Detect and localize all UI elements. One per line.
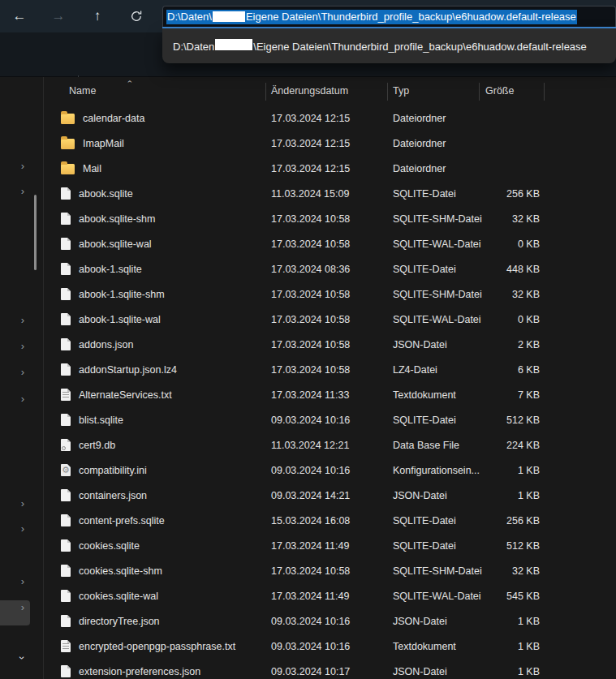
column-header-name[interactable]: Name: [69, 85, 96, 97]
chevron-right-icon[interactable]: ›: [16, 339, 29, 352]
chevron-right-icon[interactable]: ›: [16, 159, 29, 172]
column-header-size[interactable]: Größe: [485, 85, 514, 97]
file-date-cell: 17.03.2024 10:58: [271, 558, 385, 583]
file-name: extension-preferences.json: [79, 666, 200, 677]
up-button[interactable]: ↑: [84, 3, 110, 29]
file-file-icon: [61, 238, 71, 250]
file-name-cell: cert9.db: [61, 432, 264, 458]
file-row[interactable]: calendar-data 17.03.2024 12:15 Dateiordn…: [44, 105, 616, 131]
chevron-right-icon[interactable]: ›: [16, 392, 29, 405]
file-name-cell: ImapMail: [61, 131, 264, 156]
file-name-cell: abook.sqlite: [61, 181, 264, 206]
file-row[interactable]: addons.json 17.03.2024 10:58 JSON-Datei …: [44, 332, 616, 357]
file-row[interactable]: abook-1.sqlite 17.03.2024 08:36 SQLITE-D…: [44, 256, 616, 281]
file-type-cell: LZ4-Datei: [393, 357, 477, 382]
file-file-icon: [61, 514, 71, 526]
address-suggestion-item[interactable]: D:\Daten\Eigene Dateien\Thunderbird_prof…: [173, 39, 587, 53]
forward-button[interactable]: →: [45, 3, 71, 29]
redaction-block: [213, 11, 245, 22]
file-size-cell: 7 KB: [479, 382, 540, 407]
file-date-cell: 17.03.2024 11:49: [271, 533, 385, 558]
file-row[interactable]: abook.sqlite 11.03.2024 15:09 SQLITE-Dat…: [44, 181, 616, 206]
chevron-right-icon[interactable]: ›: [16, 574, 29, 587]
file-row[interactable]: containers.json 09.03.2024 14:21 JSON-Da…: [44, 483, 616, 508]
file-name: ImapMail: [83, 138, 124, 149]
file-size-cell: [479, 105, 540, 131]
chevron-right-icon[interactable]: ›: [16, 496, 29, 509]
text-file-icon: [61, 640, 71, 652]
file-row[interactable]: extension-preferences.json 09.03.2024 10…: [44, 659, 616, 679]
file-date-cell: 17.03.2024 10:58: [271, 307, 385, 332]
file-name: cookies.sqlite: [79, 540, 140, 552]
file-row[interactable]: cookies.sqlite 17.03.2024 11:49 SQLITE-D…: [44, 533, 616, 558]
file-type-cell: JSON-Datei: [393, 659, 477, 679]
file-name: abook-1.sqlite: [79, 264, 142, 275]
column-divider[interactable]: [387, 83, 388, 101]
chevron-right-icon[interactable]: ›: [16, 600, 29, 613]
file-type-cell: SQLITE-WAL-Datei: [393, 307, 477, 332]
file-size-cell: 0 KB: [479, 231, 540, 256]
file-row[interactable]: abook-1.sqlite-wal 17.03.2024 10:58 SQLI…: [44, 307, 616, 332]
file-name-cell: blist.sqlite: [61, 407, 264, 432]
file-row[interactable]: Mail 17.03.2024 12:15 Dateiordner: [44, 156, 616, 181]
file-file-icon: [61, 489, 71, 501]
sort-ascending-icon: ›: [125, 80, 134, 83]
file-name-cell: content-prefs.sqlite: [61, 508, 264, 533]
file-size-cell: 1 KB: [479, 608, 540, 634]
back-button[interactable]: ←: [6, 3, 32, 29]
file-date-cell: 17.03.2024 11:49: [271, 583, 385, 608]
file-name-cell: AlternateServices.txt: [61, 382, 264, 407]
file-row[interactable]: blist.sqlite 09.03.2024 10:16 SQLITE-Dat…: [44, 407, 616, 432]
file-row[interactable]: addonStartup.json.lz4 17.03.2024 10:58 L…: [44, 357, 616, 382]
address-bar-input[interactable]: D:\Daten\Eigene Dateien\Thunderbird_prof…: [162, 6, 616, 27]
file-name: encrypted-openpgp-passphrase.txt: [79, 641, 235, 652]
file-row[interactable]: content-prefs.sqlite 15.03.2024 16:08 SQ…: [44, 508, 616, 533]
file-type-cell: SQLITE-Datei: [393, 407, 477, 432]
file-name: content-prefs.sqlite: [79, 515, 165, 526]
file-file-icon: [61, 288, 71, 300]
file-row[interactable]: ImapMail 17.03.2024 12:15 Dateiordner: [44, 131, 616, 156]
column-header-type[interactable]: Typ: [393, 85, 409, 97]
file-row[interactable]: abook.sqlite-shm 17.03.2024 10:58 SQLITE…: [44, 206, 616, 231]
file-type-cell: SQLITE-SHM-Datei: [393, 281, 477, 307]
file-row[interactable]: cookies.sqlite-shm 17.03.2024 10:58 SQLI…: [44, 558, 616, 583]
chevron-right-icon[interactable]: ›: [16, 184, 29, 197]
folder-icon: [61, 114, 75, 124]
file-row[interactable]: abook.sqlite-wal 17.03.2024 10:58 SQLITE…: [44, 231, 616, 256]
navigation-pane: ›››››››››››: [0, 77, 44, 679]
file-row[interactable]: AlternateServices.txt 17.03.2024 11:33 T…: [44, 382, 616, 407]
chevron-right-icon[interactable]: ›: [16, 522, 29, 535]
file-size-cell: 1 KB: [479, 634, 540, 659]
file-row[interactable]: encrypted-openpgp-passphrase.txt 09.03.2…: [44, 634, 616, 659]
file-size-cell: [479, 131, 540, 156]
file-file-icon: [61, 313, 71, 325]
folder-icon: [61, 164, 75, 174]
chevron-right-icon[interactable]: ›: [16, 365, 29, 378]
file-name-cell: addonStartup.json.lz4: [61, 357, 264, 382]
forward-arrow-icon: →: [52, 8, 66, 24]
sidebar-scrollbar-thumb[interactable]: [34, 195, 37, 270]
file-name-cell: compatibility.ini: [61, 458, 264, 483]
refresh-button[interactable]: [123, 3, 149, 29]
file-size-cell: 32 KB: [479, 206, 540, 231]
file-row[interactable]: compatibility.ini 09.03.2024 10:16 Konfi…: [44, 458, 616, 483]
file-type-cell: SQLITE-Datei: [393, 508, 477, 533]
column-divider[interactable]: [479, 83, 480, 101]
file-row[interactable]: abook-1.sqlite-shm 17.03.2024 10:58 SQLI…: [44, 281, 616, 307]
file-row[interactable]: cert9.db 11.03.2024 12:21 Data Base File…: [44, 432, 616, 458]
file-size-cell: 32 KB: [479, 281, 540, 307]
file-date-cell: 09.03.2024 14:21: [271, 483, 385, 508]
file-type-cell: Konfigurationsein...: [393, 458, 477, 483]
file-row[interactable]: cookies.sqlite-wal 17.03.2024 11:49 SQLI…: [44, 583, 616, 608]
column-divider[interactable]: [544, 83, 545, 101]
file-explorer-window: ← → ↑ D:\Daten\Eigene Dateien\Thunderbir…: [0, 0, 616, 679]
column-divider[interactable]: [265, 83, 266, 101]
chevron-down-icon[interactable]: ›: [16, 651, 29, 664]
file-date-cell: 17.03.2024 08:36: [271, 256, 385, 281]
main-content: ››››››››››› › Name Änderungsdatum Typ Gr…: [0, 77, 616, 679]
column-header-date-modified[interactable]: Änderungsdatum: [271, 85, 348, 97]
file-row[interactable]: directoryTree.json 09.03.2024 10:16 JSON…: [44, 608, 616, 634]
file-size-cell: 1 KB: [479, 458, 540, 483]
file-date-cell: 09.03.2024 10:16: [271, 407, 385, 432]
chevron-right-icon[interactable]: ›: [16, 313, 29, 326]
